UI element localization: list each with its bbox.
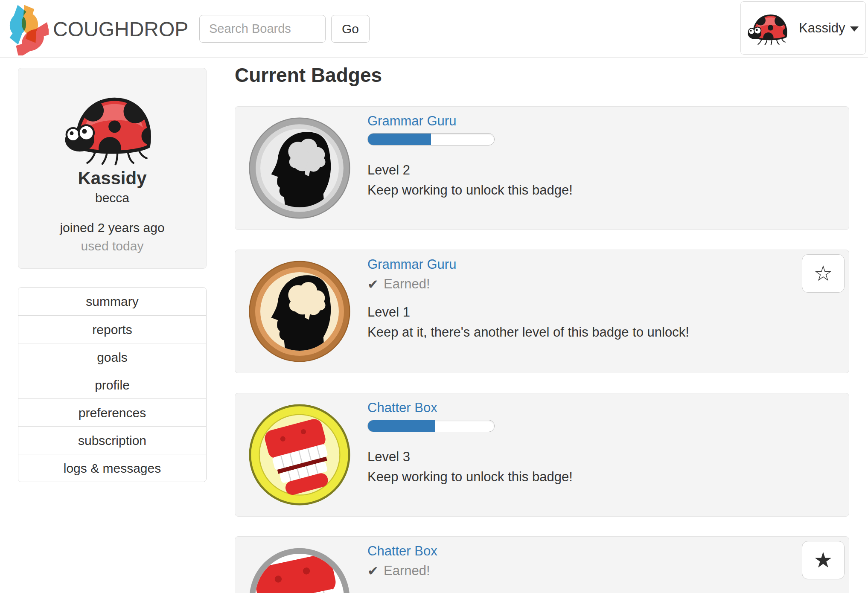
badge-level: Level 2 bbox=[367, 591, 836, 593]
badge-title-link[interactable]: Grammar Guru bbox=[367, 113, 456, 129]
sidebar-item-goals[interactable]: goals bbox=[18, 343, 206, 371]
profile-name: Kassidy bbox=[18, 168, 206, 189]
brain-medal-bronze-icon bbox=[248, 260, 351, 363]
badge-level: Level 1 bbox=[367, 305, 836, 320]
badge-earned-label: Earned! bbox=[384, 276, 430, 292]
sidebar-item-profile[interactable]: profile bbox=[18, 371, 206, 398]
profile-joined-text: joined 2 years ago bbox=[18, 221, 206, 235]
ladybug-avatar-large-icon bbox=[63, 89, 162, 166]
chatter-teeth-silver-icon bbox=[248, 546, 351, 593]
top-navbar: COUGHDROP Go Kassidy bbox=[0, 0, 868, 58]
sidebar-item-logs-messages[interactable]: logs & messages bbox=[18, 454, 206, 482]
badge-earned-label: Earned! bbox=[384, 563, 430, 578]
badge-earned-row: ✔ Earned! bbox=[367, 563, 836, 578]
sidebar-menu: summary reports goals profile preference… bbox=[18, 287, 207, 482]
chatter-teeth-yellow-icon bbox=[248, 403, 351, 506]
search-input[interactable] bbox=[199, 15, 326, 43]
badge-progress-fill bbox=[368, 420, 435, 432]
candy-logo-icon bbox=[6, 3, 49, 55]
app-logo[interactable]: COUGHDROP bbox=[6, 3, 188, 55]
badge-card: Chatter Box Level 3 Keep working to unlo… bbox=[235, 393, 849, 517]
board-search-form: Go bbox=[199, 15, 370, 43]
badge-card: Grammar Guru ✔ Earned! Level 1 Keep at i… bbox=[235, 250, 849, 373]
star-outline-icon: ☆ bbox=[814, 261, 833, 286]
app-title: COUGHDROP bbox=[53, 19, 188, 40]
badge-title-link[interactable]: Chatter Box bbox=[367, 544, 437, 559]
badge-description: Keep at it, there's another level of thi… bbox=[367, 325, 836, 340]
sidebar-item-reports[interactable]: reports bbox=[18, 315, 206, 343]
check-icon: ✔ bbox=[367, 276, 379, 292]
star-filled-icon: ★ bbox=[814, 548, 833, 573]
badge-description: Keep working to unlock this badge! bbox=[367, 469, 836, 485]
sidebar-item-subscription[interactable]: subscription bbox=[18, 426, 206, 454]
badge-progress-fill bbox=[368, 134, 431, 145]
ladybug-avatar-icon bbox=[747, 10, 792, 46]
sidebar-item-preferences[interactable]: preferences bbox=[18, 398, 206, 426]
badge-card: Grammar Guru Level 2 Keep working to unl… bbox=[235, 106, 849, 230]
profile-last-used-text: used today bbox=[18, 239, 206, 253]
caret-down-icon bbox=[850, 26, 859, 32]
badge-level: Level 2 bbox=[367, 163, 836, 178]
star-toggle-button[interactable]: ☆ bbox=[802, 254, 845, 293]
badge-title-link[interactable]: Chatter Box bbox=[367, 400, 437, 416]
sidebar: Kassidy becca joined 2 years ago used to… bbox=[18, 68, 207, 482]
badge-title-link[interactable]: Grammar Guru bbox=[367, 257, 456, 272]
profile-card: Kassidy becca joined 2 years ago used to… bbox=[18, 68, 207, 269]
user-menu-username: Kassidy bbox=[799, 20, 845, 36]
brain-medal-silver-icon bbox=[248, 116, 351, 220]
page-title: Current Badges bbox=[235, 64, 849, 87]
main-content: Current Badges Grammar Guru Le bbox=[235, 64, 849, 593]
badge-level: Level 3 bbox=[367, 449, 836, 465]
sidebar-item-summary[interactable]: summary bbox=[18, 288, 206, 315]
badge-progress-bar bbox=[367, 420, 495, 432]
search-go-button[interactable]: Go bbox=[331, 15, 370, 43]
badge-progress-bar bbox=[367, 133, 495, 145]
star-toggle-button[interactable]: ★ bbox=[802, 541, 845, 579]
user-menu-toggle[interactable]: Kassidy bbox=[740, 1, 866, 55]
badge-earned-row: ✔ Earned! bbox=[367, 276, 836, 292]
profile-username: becca bbox=[18, 191, 206, 205]
badge-description: Keep working to unlock this badge! bbox=[367, 183, 836, 198]
check-icon: ✔ bbox=[367, 563, 379, 578]
badge-card: Chatter Box ✔ Earned! Level 2 ★ bbox=[235, 536, 849, 593]
